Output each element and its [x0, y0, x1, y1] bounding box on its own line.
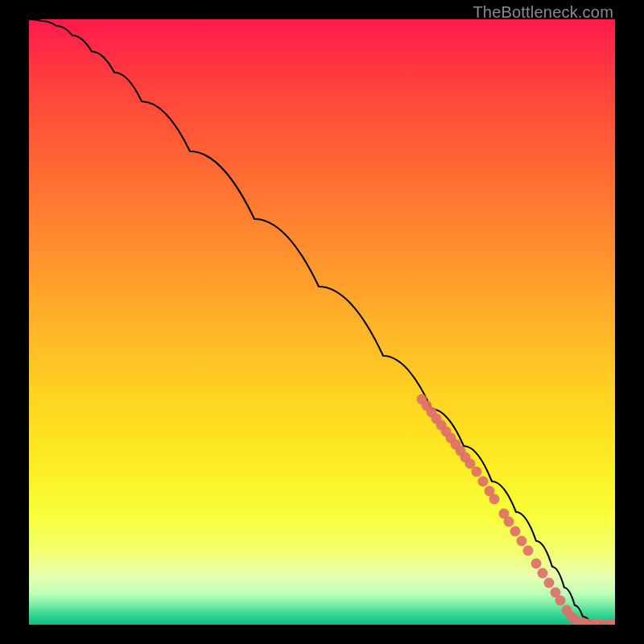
chart-svg — [29, 19, 615, 625]
watermark-text: TheBottleneck.com — [473, 3, 613, 22]
scatter-dot — [555, 596, 566, 606]
scatter-dot — [538, 568, 548, 579]
scatter-dot — [531, 559, 542, 569]
scatter-dot — [504, 517, 514, 527]
chart-stage: TheBottleneck.com — [0, 0, 644, 644]
scatter-dot — [544, 578, 555, 588]
scatter-dot — [489, 494, 500, 505]
bottleneck-curve — [29, 19, 615, 625]
scatter-dot — [478, 477, 489, 487]
plot-area — [29, 19, 615, 625]
scatter-dot — [523, 546, 534, 556]
scatter-dot — [472, 467, 482, 477]
scatter-dot — [517, 536, 527, 547]
scatter-dot — [510, 526, 521, 537]
